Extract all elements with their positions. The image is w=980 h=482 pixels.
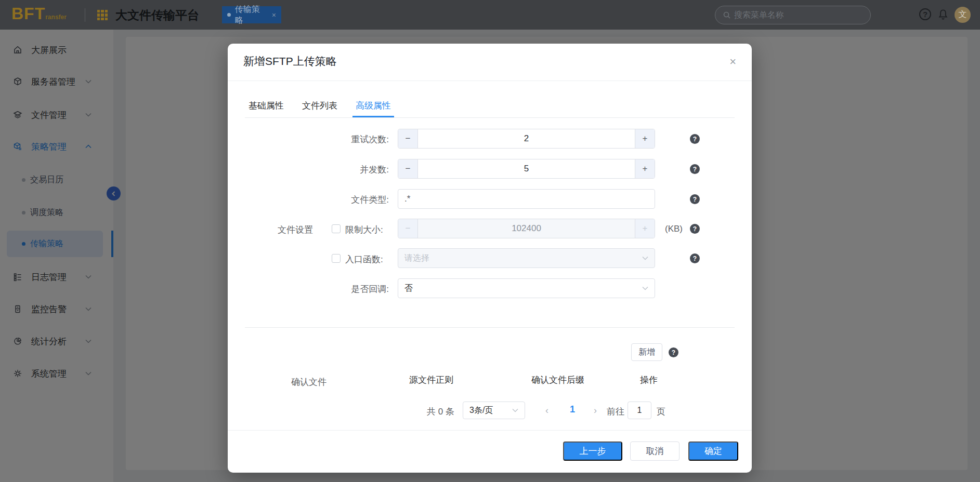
tab-file-list[interactable]: 文件列表: [302, 93, 337, 117]
confirm-total-label: 共 0 条: [427, 406, 454, 418]
logo-subtext: ransfer: [45, 14, 67, 21]
confirm-page-size-select[interactable]: 3条/页: [463, 401, 525, 419]
confirm-file-group-label: 确认文件: [291, 376, 326, 388]
page-number: 1: [570, 404, 575, 414]
tab-advanced-props[interactable]: 高级属性: [356, 93, 391, 117]
callback-select[interactable]: 否: [398, 278, 655, 298]
app-logo: BFTransfer: [11, 4, 67, 23]
stepper-decrease-button: −: [398, 219, 418, 238]
stepper-increase-button: +: [635, 219, 655, 238]
confirm-header-ops: 操作: [640, 374, 658, 386]
file-type-input[interactable]: [398, 189, 655, 209]
section-divider: [245, 327, 735, 328]
menu-grid-icon[interactable]: [97, 10, 108, 20]
help-icon[interactable]: ?: [690, 194, 700, 204]
entry-func-checkbox[interactable]: [332, 254, 341, 263]
chevron-down-icon: [642, 286, 648, 290]
avatar-text: 文: [959, 9, 967, 20]
help-icon[interactable]: ?: [690, 134, 700, 144]
prev-step-button[interactable]: 上一步: [563, 441, 622, 461]
stepper-increase-button[interactable]: +: [635, 159, 655, 178]
limit-size-label: 限制大小:: [345, 224, 383, 236]
confirm-goto-label: 前往: [607, 406, 624, 418]
chevron-right-icon: ›: [594, 405, 597, 416]
dialog-header-divider: [228, 81, 752, 81]
callback-label: 是否回调:: [269, 283, 389, 295]
confirm-prev-page-button[interactable]: ‹: [545, 405, 548, 416]
page-size-value: 3条/页: [469, 405, 493, 416]
confirm-add-button[interactable]: 新增: [631, 343, 662, 361]
tab-label: 传输策略: [235, 4, 267, 26]
limit-size-checkbox[interactable]: [332, 224, 341, 233]
help-icon[interactable]: ?: [919, 8, 931, 20]
concurrency-label: 并发数:: [269, 164, 389, 176]
tab-label: 文件列表: [302, 100, 337, 112]
dialog-tabs: 基础属性 文件列表 高级属性: [249, 93, 391, 117]
menu-search-box[interactable]: [715, 6, 871, 24]
stepper-decrease-button[interactable]: −: [398, 159, 418, 178]
tab-transfer-policy[interactable]: 传输策略 ×: [222, 6, 281, 23]
concurrency-input[interactable]: [418, 159, 635, 178]
limit-size-input: [418, 219, 635, 238]
chevron-down-icon: [642, 256, 648, 260]
select-placeholder: 请选择: [404, 253, 429, 264]
cancel-button[interactable]: 取消: [630, 441, 680, 461]
chevron-left-icon: ‹: [545, 405, 548, 416]
tab-label: 高级属性: [356, 100, 391, 112]
confirm-page-unit-label: 页: [657, 406, 665, 418]
confirm-goto-input[interactable]: [628, 401, 651, 419]
cancel-label: 取消: [646, 445, 664, 457]
tab-active-dot-icon: [227, 13, 231, 17]
dialog-close-icon[interactable]: ×: [729, 55, 736, 69]
help-icon[interactable]: ?: [690, 164, 700, 174]
callback-field: 否: [398, 278, 655, 298]
dialog-title: 新增SFTP上传策略: [243, 54, 337, 69]
confirm-button[interactable]: 确定: [688, 441, 738, 461]
logo-text: BFT: [11, 4, 45, 23]
topbar-divider: [85, 8, 85, 22]
entry-func-select: 请选择: [398, 248, 655, 268]
confirm-add-label: 新增: [638, 347, 655, 358]
retry-count-input[interactable]: [418, 129, 635, 148]
limit-size-stepper: − +: [398, 219, 655, 238]
confirm-current-page[interactable]: 1: [565, 404, 580, 415]
confirm-next-page-button[interactable]: ›: [594, 405, 597, 416]
retry-count-stepper: − +: [398, 129, 655, 149]
entry-func-field: 请选择: [398, 248, 655, 268]
stepper-decrease-button[interactable]: −: [398, 129, 418, 148]
search-icon: [723, 11, 731, 19]
menu-search-input[interactable]: [734, 10, 854, 20]
file-type-field: [398, 189, 655, 209]
retry-count-label: 重试次数:: [269, 133, 389, 145]
page-title: 大文件传输平台: [115, 7, 199, 23]
prev-step-label: 上一步: [580, 445, 606, 457]
user-avatar[interactable]: 文: [955, 7, 971, 23]
entry-func-label: 入口函数:: [345, 253, 383, 265]
select-value: 否: [404, 283, 413, 294]
chevron-down-icon: [512, 408, 518, 412]
footer-divider: [228, 430, 752, 431]
help-icon[interactable]: ?: [669, 347, 678, 357]
confirm-header-suffix: 确认文件后缀: [531, 374, 584, 386]
add-sftp-policy-dialog: 新增SFTP上传策略 × 基础属性 文件列表 高级属性 重试次数: − + ? …: [228, 44, 752, 473]
limit-unit-label: (KB): [665, 224, 683, 234]
file-type-label: 文件类型:: [269, 194, 389, 206]
topbar: BFTransfer 大文件传输平台 传输策略 × ? 文: [0, 0, 980, 30]
tab-close-icon[interactable]: ×: [272, 11, 276, 19]
help-icon[interactable]: ?: [690, 253, 700, 263]
concurrency-stepper: − +: [398, 159, 655, 179]
confirm-label: 确定: [704, 445, 722, 457]
tab-basic-props[interactable]: 基础属性: [249, 93, 284, 117]
file-settings-group-label: 文件设置: [272, 224, 319, 236]
help-icon[interactable]: ?: [690, 224, 700, 234]
confirm-header-regex: 源文件正则: [409, 374, 453, 386]
notification-bell-icon[interactable]: [937, 8, 949, 21]
tab-label: 基础属性: [249, 100, 284, 112]
stepper-increase-button[interactable]: +: [635, 129, 655, 148]
tabs-divider: [245, 117, 735, 118]
